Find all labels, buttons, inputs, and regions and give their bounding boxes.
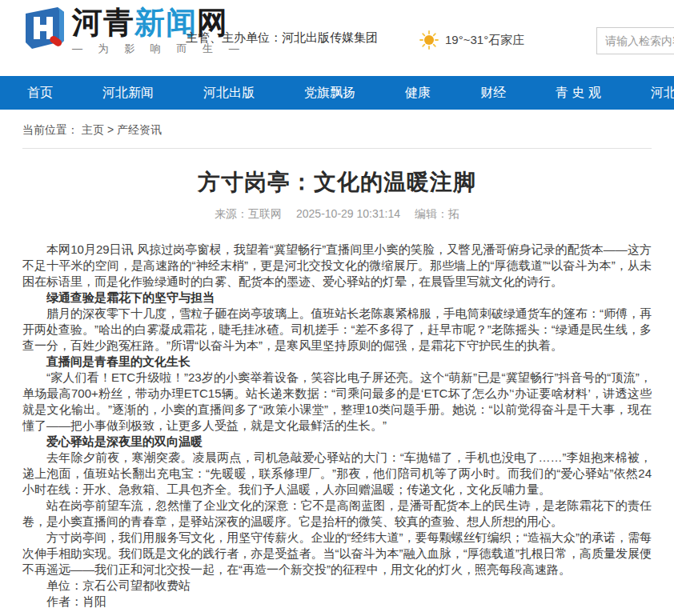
- article-paragraph: 作者：肖阳: [22, 594, 652, 610]
- section-subhead: 直播间是青春里的文化生长: [22, 354, 652, 370]
- breadcrumb-home-link[interactable]: 主页: [82, 123, 104, 136]
- article-source: 来源：互联网: [215, 207, 282, 220]
- article-paragraph: 方寸岗亭间，我们用服务写文化，用坚守传薪火。企业的“经纬大道”，要每颗螺丝钉编织…: [22, 530, 652, 578]
- nav-item[interactable]: 河北好书: [649, 85, 674, 102]
- article: 方寸岗亭：文化的温暖注脚 来源：互联网2025-10-29 10:31:14编辑…: [22, 168, 652, 610]
- breadcrumb-current: 产经资讯: [117, 123, 162, 136]
- article-paragraph: “家人们看！ETC升级啦！”23岁的小窦举着设备，笑容比电子屏还亮。这个“萌新”…: [22, 370, 652, 434]
- nav-item[interactable]: 河北新闻: [101, 85, 155, 102]
- nav-item[interactable]: 健康: [403, 85, 432, 102]
- nav-item[interactable]: 财经: [479, 85, 508, 102]
- article-paragraph: 腊月的深夜零下十几度，雪粒子砸在岗亭玻璃上。值班站长老陈裹紧棉服，手电筒刺破绿通…: [22, 306, 652, 354]
- sponsor-text: 主管、主办单位：河北出版传媒集团: [186, 30, 378, 46]
- nav-item[interactable]: 首页: [26, 85, 54, 102]
- logo-hq-icon: [22, 6, 67, 52]
- breadcrumb-separator: >: [107, 123, 114, 136]
- page: 河青新闻网 — 为 影 响 而 生 — 主管、主办单位：河北出版传媒集团 19°…: [0, 0, 674, 616]
- article-paragraph: 单位：京石公司望都收费站: [22, 578, 652, 594]
- breadcrumb-label: 当前位置：: [22, 123, 78, 136]
- article-editor: 编辑：拓: [415, 207, 459, 220]
- nav-item[interactable]: 党旗飘扬: [303, 85, 357, 102]
- article-paragraph: 去年除夕前夜，寒潮突袭。凌晨两点，司机急敲爱心驿站的大门：“车抛锚了，手机也没电…: [22, 450, 652, 498]
- main-nav: 首页河北新闻河北出版党旗飘扬健康财经青 史 观河北好书全民辟谣: [0, 76, 674, 110]
- section-subhead: 爱心驿站是深夜里的双向温暖: [22, 434, 652, 450]
- breadcrumb: 当前位置：主页>产经资讯: [22, 110, 652, 149]
- article-meta: 来源：互联网2025-10-29 10:31:14编辑：拓: [22, 207, 652, 222]
- article-datetime: 2025-10-29 10:31:14: [296, 207, 400, 220]
- site-header: 河青新闻网 — 为 影 响 而 生 — 主管、主办单位：河北出版传媒集团 19°…: [0, 0, 674, 76]
- article-body: 本网10月29日讯 风掠过岗亭窗棂，我望着“冀望畅行”直播间里小窦的笑脸，又瞥见…: [22, 242, 652, 610]
- article-paragraph: 站在岗亭前望车流，忽然懂了企业文化的深意：它不是高阁蓝图，是潘哥配货本上的民生诗…: [22, 498, 652, 530]
- weather-widget: 19°~31°石家庄: [419, 30, 524, 50]
- nav-item[interactable]: 青 史 观: [554, 85, 603, 102]
- article-title: 方寸岗亭：文化的温暖注脚: [22, 168, 652, 197]
- sun-icon: [419, 30, 439, 50]
- search-input[interactable]: [596, 27, 674, 54]
- weather-text: 19°~31°石家庄: [445, 33, 524, 48]
- section-subhead: 绿通查验是霜花下的坚守与担当: [22, 290, 652, 306]
- article-paragraph: 本网10月29日讯 风掠过岗亭窗棂，我望着“冀望畅行”直播间里小窦的笑脸，又瞥见…: [22, 242, 652, 290]
- nav-item[interactable]: 河北出版: [202, 85, 256, 102]
